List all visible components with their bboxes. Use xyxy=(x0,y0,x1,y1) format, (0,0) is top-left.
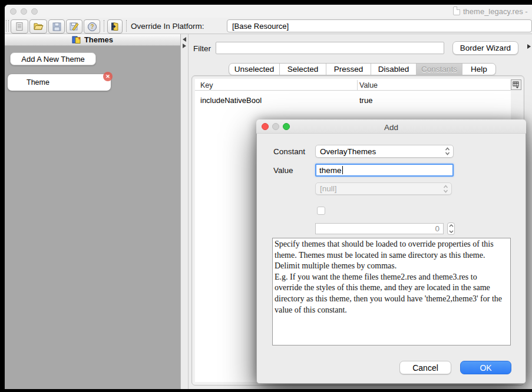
boolean-checkbox[interactable] xyxy=(317,207,325,215)
save-as-button[interactable] xyxy=(66,19,82,34)
ok-button[interactable]: OK xyxy=(460,361,511,374)
help-icon: ? xyxy=(87,22,97,32)
screen: theme_legacy.res - ? xyxy=(0,0,532,392)
cancel-button[interactable]: Cancel xyxy=(399,361,451,374)
dialog-minimize-button[interactable] xyxy=(272,123,279,130)
toolbar-separator xyxy=(104,20,104,32)
tab-constants[interactable]: Constants xyxy=(417,64,462,75)
split-pane-divider[interactable] xyxy=(180,34,189,389)
tab-help[interactable]: Help xyxy=(462,64,495,75)
new-document-icon xyxy=(15,22,24,31)
themes-panel-title: Themes xyxy=(84,35,113,44)
help-button[interactable]: ? xyxy=(84,19,100,34)
constant-select[interactable]: OverlayThemes xyxy=(315,145,454,158)
open-folder-icon xyxy=(33,22,44,31)
document-icon xyxy=(453,6,460,15)
filter-input[interactable] xyxy=(216,42,444,54)
save-as-pencil-icon xyxy=(70,22,79,31)
minimize-window-button[interactable] xyxy=(21,8,27,15)
constant-label: Constant xyxy=(273,147,305,156)
themes-panel-header: Themes xyxy=(5,34,180,46)
border-wizard-button[interactable]: Border Wizard xyxy=(452,41,518,55)
type-select-value: [null] xyxy=(320,184,337,193)
column-header-key[interactable]: Key xyxy=(200,81,213,89)
window-title: theme_legacy.res - xyxy=(463,7,528,16)
chevron-up-down-icon xyxy=(443,185,448,193)
constants-table-header xyxy=(195,79,511,91)
value-input[interactable]: theme xyxy=(315,164,454,177)
style-tabs: Unselected Selected Pressed Disabled Con… xyxy=(229,63,496,75)
constant-select-value: OverlayThemes xyxy=(320,147,376,156)
svg-text:?: ? xyxy=(90,24,94,30)
tab-selected[interactable]: Selected xyxy=(280,64,326,75)
new-resource-button[interactable] xyxy=(11,19,28,34)
value-input-text: theme xyxy=(319,166,342,175)
save-button[interactable] xyxy=(48,19,65,34)
theme-list-item[interactable]: Theme xyxy=(8,74,111,91)
collapse-left-icon[interactable] xyxy=(183,37,186,42)
add-theme-button[interactable]: Add A New Theme xyxy=(10,52,96,65)
stepper-up-icon xyxy=(449,224,454,227)
constant-description-text: Specify themes that should be loaded to … xyxy=(272,238,511,346)
themes-icon xyxy=(72,36,81,44)
save-floppy-icon xyxy=(52,22,61,31)
toolbar-drag-handle[interactable] xyxy=(6,20,9,32)
override-platform-label: Override In Platform: xyxy=(131,22,204,31)
table-row-value[interactable]: true xyxy=(359,96,372,105)
tab-pressed[interactable]: Pressed xyxy=(326,64,371,75)
tab-disabled[interactable]: Disabled xyxy=(371,64,417,75)
zoom-window-button[interactable] xyxy=(31,8,38,15)
text-caret xyxy=(342,166,343,174)
open-resource-button[interactable] xyxy=(29,19,47,34)
toolbar-separator-2 xyxy=(126,20,127,32)
table-row-key[interactable]: includeNativeBool xyxy=(200,96,262,105)
table-options-icon xyxy=(513,81,520,88)
dialog-zoom-button[interactable] xyxy=(283,123,290,130)
dialog-title: Add xyxy=(256,123,526,132)
close-window-button[interactable] xyxy=(10,8,16,15)
overflow-arrow-icon[interactable] xyxy=(527,44,531,49)
expand-right-icon[interactable] xyxy=(183,44,186,48)
theme-close-icon[interactable]: ✕ xyxy=(103,72,113,81)
spinner-stepper[interactable] xyxy=(447,222,455,235)
value-label: Value xyxy=(273,166,293,175)
chevron-up-down-icon xyxy=(445,147,450,155)
type-select[interactable]: [null] xyxy=(315,182,452,195)
number-spinner-field[interactable]: 0 xyxy=(315,223,444,234)
dialog-close-button[interactable] xyxy=(262,123,269,130)
filter-label: Filter xyxy=(193,44,211,53)
tab-unselected[interactable]: Unselected xyxy=(229,64,280,75)
column-header-value[interactable]: Value xyxy=(359,81,378,89)
stepper-down-icon xyxy=(449,230,454,233)
exit-door-icon xyxy=(110,22,120,31)
platform-select[interactable]: [Base Resource] xyxy=(227,19,532,32)
column-divider xyxy=(357,80,358,90)
exit-button[interactable] xyxy=(107,19,123,34)
table-options-button[interactable] xyxy=(511,79,521,90)
